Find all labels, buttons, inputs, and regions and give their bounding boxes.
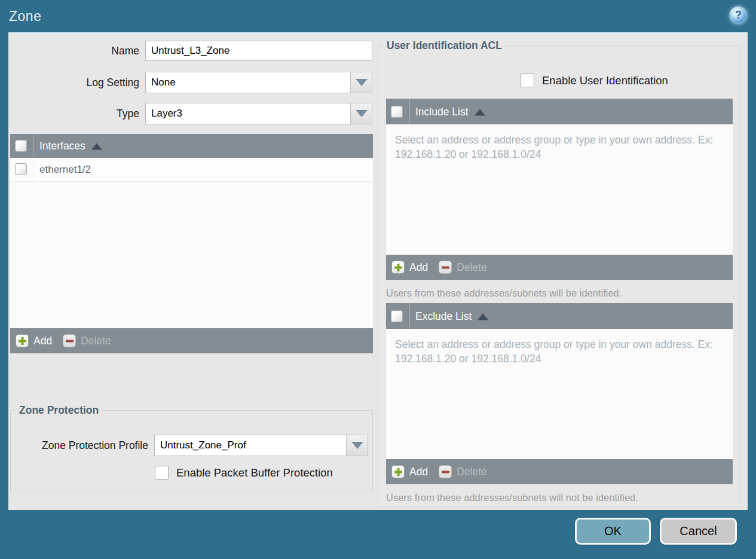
log-setting-dropdown[interactable]: None (145, 72, 372, 93)
include-list-placeholder: Select an address or address group or ty… (386, 124, 733, 170)
zone-protection-legend: Zone Protection (16, 404, 102, 417)
interfaces-table-header: Interfaces (10, 134, 373, 158)
minus-icon (439, 261, 452, 274)
exclude-list-footer: Add Delete (386, 459, 733, 484)
type-value[interactable]: Layer3 (145, 103, 350, 124)
name-input[interactable]: Untrust_L3_Zone (145, 41, 372, 61)
dialog-title: Zone (9, 8, 41, 25)
zone-dialog-window: Zone ? Name Untrust_L3_Zone Log Setting … (0, 0, 756, 559)
packet-buffer-protection-row: Enable Packet Buffer Protection (155, 466, 333, 479)
zone-protection-profile-label: Zone Protection Profile (19, 435, 148, 456)
chevron-down-icon (356, 79, 368, 86)
table-row[interactable]: ethernet1/2 (10, 158, 373, 182)
include-list-footer: Add Delete (386, 255, 733, 280)
interfaces-select-all-checkbox[interactable] (15, 140, 27, 152)
help-icon[interactable]: ? (730, 7, 747, 24)
log-setting-value[interactable]: None (145, 72, 350, 93)
packet-buffer-protection-label: Enable Packet Buffer Protection (176, 466, 333, 479)
include-list-table: Include List Select an address or addres… (386, 99, 733, 280)
include-list-caption: Users from these addresses/subnets will … (386, 288, 622, 299)
user-identification-acl-legend: User Identification ACL (383, 39, 506, 52)
interfaces-table: Interfaces ethernet1/2 Add (10, 134, 373, 353)
include-list-header: Include List (386, 99, 733, 124)
exclude-list-column-header[interactable]: Exclude List (415, 310, 488, 322)
type-dropdown[interactable]: Layer3 (145, 103, 372, 124)
interfaces-column-header[interactable]: Interfaces (39, 140, 102, 152)
type-label: Type (8, 103, 139, 124)
plus-icon (391, 261, 405, 274)
exclude-list-caption: Users from these addresses/subnets will … (386, 492, 638, 503)
cancel-button[interactable]: Cancel (660, 518, 737, 545)
plus-icon (16, 334, 29, 347)
add-button[interactable]: Add (391, 261, 428, 274)
user-identification-acl-section: User Identification ACL Enable User Iden… (378, 39, 740, 506)
sort-asc-icon (478, 313, 488, 320)
packet-buffer-protection-checkbox[interactable] (155, 466, 169, 479)
zone-protection-section: Zone Protection Zone Protection Profile … (10, 404, 373, 491)
exclude-list-table: Exclude List Select an address or addres… (386, 303, 733, 484)
delete-button[interactable]: Delete (439, 261, 487, 274)
enable-user-identification-row: Enable User Identification (521, 74, 668, 87)
zone-protection-profile-dropdown-button[interactable] (346, 435, 368, 456)
enable-user-identification-label: Enable User Identification (542, 74, 668, 87)
column-divider (33, 158, 34, 181)
name-label: Name (8, 41, 139, 61)
ok-button[interactable]: OK (575, 518, 651, 545)
sort-asc-icon (475, 109, 485, 115)
chevron-down-icon (356, 110, 368, 117)
column-divider (409, 303, 410, 329)
log-setting-dropdown-button[interactable] (350, 72, 372, 93)
zone-protection-profile-value[interactable]: Untrust_Zone_Prof (154, 435, 346, 456)
row-checkbox[interactable] (15, 163, 27, 175)
minus-icon (439, 465, 452, 478)
chevron-down-icon (351, 442, 363, 449)
interface-name: ethernet1/2 (39, 164, 91, 176)
add-button[interactable]: Add (16, 334, 52, 347)
include-list-column-header[interactable]: Include List (415, 105, 485, 118)
exclude-list-placeholder: Select an address or address group or ty… (386, 329, 733, 374)
exclude-list-header: Exclude List (386, 303, 733, 329)
log-setting-label: Log Setting (8, 72, 139, 93)
enable-user-identification-checkbox[interactable] (521, 74, 534, 87)
dialog-body: Name Untrust_L3_Zone Log Setting None Ty… (8, 32, 748, 510)
interfaces-table-body: ethernet1/2 (10, 158, 373, 328)
zone-protection-profile-dropdown[interactable]: Untrust_Zone_Prof (154, 435, 368, 456)
exclude-list-body[interactable]: Select an address or address group or ty… (386, 329, 733, 459)
column-divider (409, 99, 410, 124)
delete-button[interactable]: Delete (439, 465, 487, 478)
sort-asc-icon (91, 143, 102, 150)
type-dropdown-button[interactable] (350, 103, 372, 124)
column-divider (33, 134, 34, 158)
interfaces-table-footer: Add Delete (10, 328, 373, 353)
minus-icon (63, 334, 76, 347)
add-button[interactable]: Add (391, 465, 428, 478)
delete-button[interactable]: Delete (63, 334, 111, 347)
dialog-titlebar: Zone ? (0, 0, 756, 32)
exclude-select-all-checkbox[interactable] (391, 310, 403, 322)
plus-icon (391, 465, 405, 478)
include-select-all-checkbox[interactable] (391, 106, 403, 118)
include-list-body[interactable]: Select an address or address group or ty… (386, 124, 733, 255)
